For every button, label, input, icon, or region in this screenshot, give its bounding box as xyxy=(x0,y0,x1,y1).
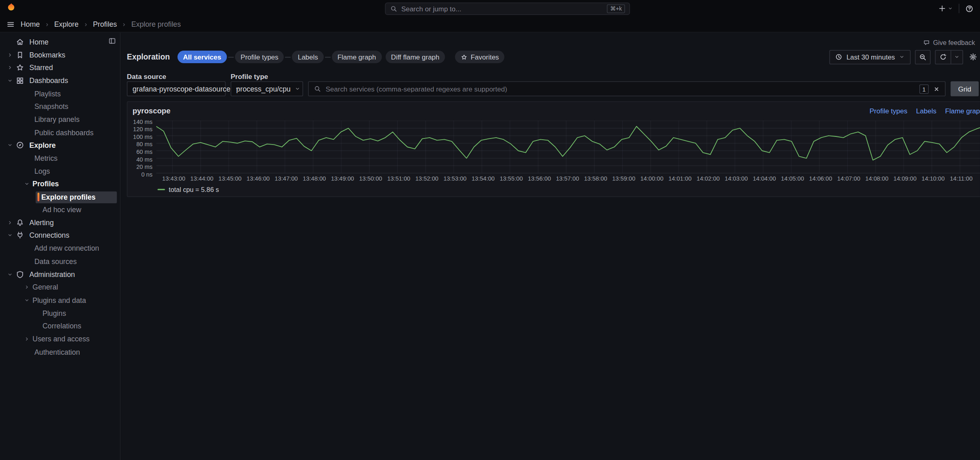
sidebar-item-correlations[interactable]: Correlations xyxy=(0,319,120,332)
breadcrumb-item-explore-profiles[interactable]: Explore profiles xyxy=(131,21,180,28)
sidebar-item-connections[interactable]: Connections xyxy=(0,229,120,242)
sidebar-item-add-new-connection[interactable]: Add new connection xyxy=(0,242,120,255)
sidebar-item-plugins[interactable]: Plugins xyxy=(0,307,120,319)
exploration-tabs: All servicesProfile typesLabelsFlame gra… xyxy=(177,51,505,63)
x-axis-label: 14:08:00 xyxy=(865,175,889,182)
time-range-picker[interactable]: Last 30 minutes xyxy=(829,50,910,64)
sidebar-item-ad-hoc-view[interactable]: Ad hoc view xyxy=(0,203,120,216)
timeseries-chart[interactable]: 0 ns20 ms40 ms60 ms80 ms100 ms120 ms140 … xyxy=(132,121,980,193)
give-feedback-link[interactable]: Give feedback xyxy=(923,39,975,47)
top-navigation-bar: ⌘+k xyxy=(0,0,980,17)
breadcrumb-item-home[interactable]: Home xyxy=(21,21,40,28)
breadcrumb-item-profiles[interactable]: Profiles xyxy=(93,21,117,28)
x-axis-label: 13:57:00 xyxy=(556,175,579,182)
new-button[interactable] xyxy=(938,4,953,13)
sidebar-item-public-dashboards[interactable]: Public dashboards xyxy=(0,126,120,139)
sidebar-item-general[interactable]: General xyxy=(0,281,120,294)
sidebar-item-playlists[interactable]: Playlists xyxy=(0,87,120,100)
mega-menu-toggle[interactable] xyxy=(6,20,15,29)
sidebar-item-label: Data sources xyxy=(34,258,77,265)
clock-icon xyxy=(835,53,843,61)
sidebar-item-plugins-and-data[interactable]: Plugins and data xyxy=(0,294,120,307)
x-axis-label: 14:04:00 xyxy=(753,175,776,182)
panel-link-profile-types[interactable]: Profile types xyxy=(870,107,907,115)
sidebar-item-library-panels[interactable]: Library panels xyxy=(0,113,120,126)
global-search-input[interactable] xyxy=(401,5,603,13)
sidebar: HomeBookmarksStarredDashboardsPlaylistsS… xyxy=(0,32,121,460)
dock-panel-icon xyxy=(108,37,116,45)
sidebar-item-logs[interactable]: Logs xyxy=(0,165,120,178)
x-axis-label: 13:48:00 xyxy=(303,175,326,182)
sidebar-item-users-and-access[interactable]: Users and access xyxy=(0,332,120,345)
x-axis-label: 13:59:00 xyxy=(612,175,635,182)
keyboard-shortcut-badge: ⌘+k xyxy=(607,4,625,13)
refresh-interval-dropdown[interactable] xyxy=(950,50,962,63)
chart-legend[interactable]: total cpu = 5.86 s xyxy=(157,186,980,194)
tab-diff-flame-graph[interactable]: Diff flame graph xyxy=(385,51,445,63)
data-source-select[interactable]: grafana-pyroscope-datasource xyxy=(127,81,226,96)
tab-flame-graph[interactable]: Flame graph xyxy=(332,51,382,63)
breadcrumb: HomeExploreProfilesExplore profiles xyxy=(21,21,181,28)
data-source-label: Data source xyxy=(127,72,231,80)
tab-connector xyxy=(325,57,331,58)
refresh-button[interactable] xyxy=(935,50,950,63)
chevron-down-icon xyxy=(4,142,15,148)
panel-link-flame-graph[interactable]: Flame graph xyxy=(945,107,980,115)
comment-icon xyxy=(923,39,930,46)
breadcrumb-item-explore[interactable]: Explore xyxy=(54,21,78,28)
profile-type-select[interactable]: process_cpu/cpu xyxy=(231,81,303,96)
sidebar-item-label: Home xyxy=(30,38,49,46)
sidebar-item-label: Playlists xyxy=(34,90,61,98)
sidebar-item-explore[interactable]: Explore xyxy=(0,139,120,152)
chevron-down-icon xyxy=(4,77,15,83)
panel-link-labels[interactable]: Labels xyxy=(916,107,936,115)
sidebar-item-label: Add new connection xyxy=(34,245,99,252)
sidebar-item-bookmarks[interactable]: Bookmarks xyxy=(0,48,120,61)
profile-type-value: process_cpu/cpu xyxy=(236,85,291,93)
layout-grid-button[interactable]: Grid xyxy=(950,81,979,96)
global-search[interactable]: ⌘+k xyxy=(385,2,630,15)
chevron-right-icon xyxy=(121,21,127,27)
y-axis-label: 80 ms xyxy=(136,141,153,147)
sidebar-item-snapshots[interactable]: Snapshots xyxy=(0,100,120,113)
grafana-explore-profiles-page: ⌘+k HomeExploreProfilesExplore profiles … xyxy=(0,0,980,460)
settings-button[interactable] xyxy=(967,53,979,62)
sidebar-item-authentication[interactable]: Authentication xyxy=(0,345,120,358)
y-axis-label: 100 ms xyxy=(133,133,153,140)
sidebar-item-alerting[interactable]: Alerting xyxy=(0,216,120,229)
sidebar-item-metrics[interactable]: Metrics xyxy=(0,152,120,165)
sidebar-item-label: Snapshots xyxy=(34,103,68,111)
x-axis-label: 14:09:00 xyxy=(893,175,916,182)
legend-label: total cpu = 5.86 s xyxy=(169,186,219,194)
dock-menu-button[interactable] xyxy=(108,37,116,47)
clear-search-button[interactable] xyxy=(933,85,940,92)
chevron-down-icon xyxy=(4,232,15,239)
bookmark-icon xyxy=(16,50,30,59)
sidebar-item-dashboards[interactable]: Dashboards xyxy=(0,74,120,87)
grafana-logo[interactable] xyxy=(6,2,16,14)
star-icon xyxy=(461,53,468,60)
sidebar-item-profiles[interactable]: Profiles xyxy=(0,178,120,191)
sidebar-item-home[interactable]: Home xyxy=(0,35,120,48)
sidebar-item-explore-profiles[interactable]: Explore profiles xyxy=(36,191,117,203)
help-button[interactable] xyxy=(965,4,974,13)
tab-profile-types[interactable]: Profile types xyxy=(235,51,284,63)
sidebar-item-label: Bookmarks xyxy=(30,51,66,59)
chevron-down-icon xyxy=(954,54,960,60)
sidebar-item-label: Ad hoc view xyxy=(42,206,81,213)
main-content: Give feedback Exploration All servicesPr… xyxy=(121,32,980,460)
tab-labels[interactable]: Labels xyxy=(292,51,324,63)
tab-all-services[interactable]: All services xyxy=(177,51,227,63)
service-search-input[interactable] xyxy=(326,85,915,93)
y-axis-labels: 0 ns20 ms40 ms60 ms80 ms100 ms120 ms140 … xyxy=(132,121,156,173)
y-axis-label: 140 ms xyxy=(133,118,153,125)
chevron-down-icon xyxy=(4,271,15,277)
sidebar-item-data-sources[interactable]: Data sources xyxy=(0,255,120,268)
tab-favorites[interactable]: Favorites xyxy=(455,51,505,63)
zoom-out-button[interactable] xyxy=(915,50,931,64)
sidebar-item-starred[interactable]: Starred xyxy=(0,61,120,74)
sidebar-item-administration[interactable]: Administration xyxy=(0,268,120,281)
timeseries-plot[interactable] xyxy=(156,121,980,173)
sidebar-item-label: Library panels xyxy=(34,116,80,124)
exploration-toolbar: Exploration All servicesProfile typesLab… xyxy=(127,49,979,64)
